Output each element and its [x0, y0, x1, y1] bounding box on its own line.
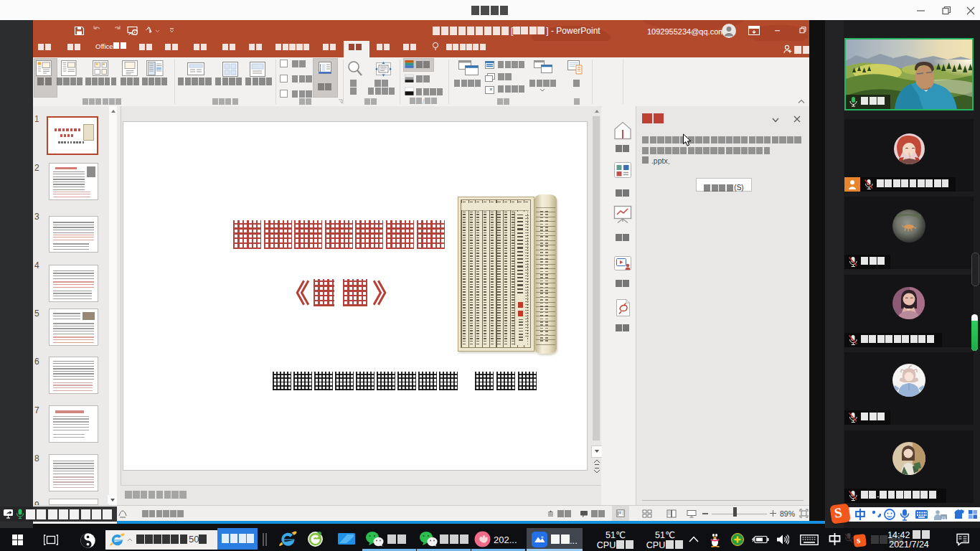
svg-text:21: 21 — [941, 516, 946, 520]
